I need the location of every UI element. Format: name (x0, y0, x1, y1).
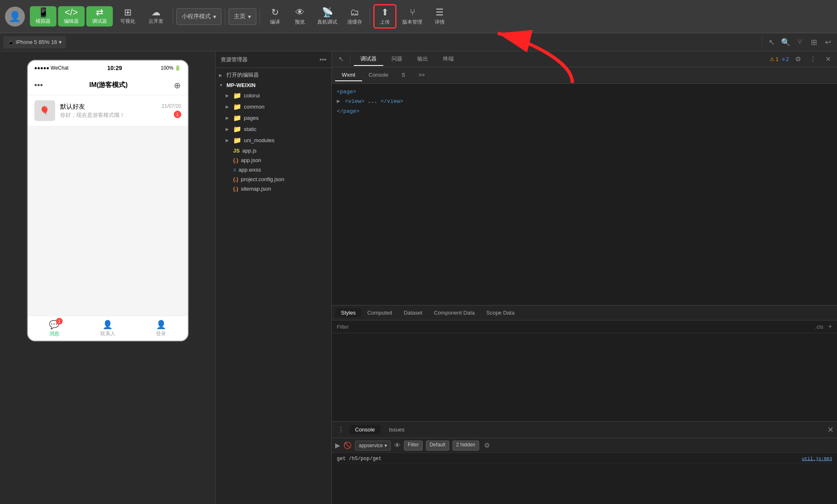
filter-placeholder: Filter (337, 324, 349, 330)
service-dropdown[interactable]: appservice ▾ (355, 441, 391, 451)
info-badge: ≡ 2 (782, 56, 789, 62)
device-label: iPhone 5 (16, 39, 37, 45)
styles-tab-computed[interactable]: Computed (361, 308, 398, 317)
visual-button[interactable]: ⊞ 可视化 (114, 6, 141, 27)
tab-terminal[interactable]: 终端 (436, 53, 460, 66)
open-editors-section[interactable]: ▶ 打开的编辑器 (216, 70, 331, 80)
compile-button[interactable]: ↻ 编译 (263, 5, 287, 27)
cls-button[interactable]: .cls (815, 324, 823, 330)
dom-line-3: </page> (337, 107, 832, 116)
file-appjson[interactable]: ▶ {.} app.json (222, 155, 331, 165)
dom-line-1: <page> (337, 87, 832, 97)
styles-label: Styles (341, 310, 355, 316)
folder-pages[interactable]: ▶ 📁 pages (222, 112, 331, 124)
font-size: 16 (51, 39, 57, 45)
folder-static[interactable]: ▶ 📁 static (222, 124, 331, 135)
detail-label: 详情 (435, 19, 445, 26)
console-log-link[interactable]: util.js:963 (802, 456, 832, 461)
device-arrow: ▾ (59, 39, 62, 45)
detail-button[interactable]: ☰ 详情 (428, 5, 451, 27)
colorui-arrow: ▶ (226, 93, 231, 98)
file-action-more[interactable]: ••• (319, 56, 326, 63)
back-icon[interactable]: ↩ (822, 36, 834, 48)
file-sitemap[interactable]: ▶ {.} sitemap.json (222, 184, 331, 194)
hidden-button[interactable]: 2 hidden (453, 441, 479, 451)
debug-button[interactable]: ⇄ 调试器 (86, 6, 113, 27)
main-page-dropdown[interactable]: 主页 ▾ (229, 8, 256, 25)
cloud-button[interactable]: ☁ 云开发 (143, 6, 169, 27)
upload-button[interactable]: ⬆ 上传 (373, 4, 397, 29)
contacts-icon: 👤 (102, 320, 113, 330)
filter-label: Filter (408, 442, 419, 448)
nav-menu[interactable]: ••• (34, 80, 43, 90)
clear-cache-button[interactable]: 🗂 清缓存 (343, 5, 366, 27)
dom-ellipsis: ... (367, 98, 377, 104)
nav-action[interactable]: ⊕ (174, 80, 181, 90)
add-style-button[interactable]: + (828, 323, 832, 330)
code-icon: </> (65, 8, 78, 17)
filter-button[interactable]: Filter (404, 441, 423, 451)
editor-button[interactable]: </> 编辑器 (58, 6, 85, 27)
console-play-icon[interactable]: ▶ (335, 441, 340, 449)
folder-uni-modules[interactable]: ▶ 📁 uni_modules (222, 135, 331, 146)
console-eye-icon[interactable]: 👁 (394, 442, 401, 449)
styles-tab-styles[interactable]: Styles (335, 308, 361, 317)
real-debug-button[interactable]: 📡 真机调试 (313, 5, 341, 27)
simulator-button[interactable]: 📱 模拟器 (30, 6, 56, 27)
file-panel-header: 资源管理器 ••• (216, 51, 331, 68)
console-stop-icon[interactable]: 🚫 (343, 441, 352, 449)
device-selector[interactable]: 📱 iPhone 5 85% 16 ▾ (3, 36, 66, 48)
inner-tab-console[interactable]: Console (362, 69, 395, 81)
issues-tab-label: Issues (389, 426, 405, 433)
styles-tab-dataset[interactable]: Dataset (398, 308, 428, 317)
inner-tab-more[interactable]: >> (412, 69, 431, 81)
project-root[interactable]: ▼ MP-WEIXIN (216, 80, 331, 90)
version-button[interactable]: ⑂ 版本管理 (398, 5, 426, 27)
grid-icon[interactable]: ⊞ (808, 36, 820, 48)
preview-button[interactable]: 👁 预览 (288, 5, 311, 27)
branch-icon[interactable]: ⑂ (794, 36, 805, 48)
default-button[interactable]: Default (426, 441, 449, 451)
detail-icon: ☰ (436, 7, 444, 18)
styles-body (332, 333, 837, 421)
dom-line-2[interactable]: ▶ <view> ... </view> (337, 97, 832, 106)
console-log-line: get /h5/pop/get util.js:963 (337, 455, 832, 463)
tab-messages[interactable]: 💬 消息 1 (28, 316, 81, 341)
folder-colorui[interactable]: ▶ 📁 colorui (222, 90, 331, 101)
console-tab-console[interactable]: Console (349, 425, 381, 434)
tab-issues[interactable]: 问题 (385, 53, 409, 66)
folder-common[interactable]: ▶ 📁 common (222, 101, 331, 112)
dom-view: <page> ▶ <view> ... </view> </page> (332, 84, 837, 305)
devtools-pointer-icon[interactable]: ↖ (335, 53, 347, 65)
mode-dropdown[interactable]: 小程序模式 ▾ (176, 8, 221, 25)
tab-contacts[interactable]: 👤 联系人 (81, 316, 134, 341)
inner-tab-wxml[interactable]: Wxml (335, 69, 362, 81)
file-appjs[interactable]: ▶ JS app.js (222, 146, 331, 155)
console-close-button[interactable]: ✕ (827, 425, 834, 434)
tab-output[interactable]: 输出 (411, 53, 435, 66)
settings-icon[interactable]: ⚙ (792, 53, 804, 65)
chat-avatar: 🎈 (34, 100, 55, 121)
file-appwxss[interactable]: ▶ ≡ app.wxss (222, 165, 331, 174)
styles-tab-component-data[interactable]: Component Data (428, 308, 480, 317)
close-icon[interactable]: ✕ (822, 53, 834, 65)
cursor-icon[interactable]: ↖ (766, 36, 777, 48)
console-settings-icon[interactable]: ⚙ (484, 441, 490, 449)
search-icon[interactable]: 🔍 (780, 36, 791, 48)
avatar: 👤 (5, 7, 25, 27)
chat-meta: 21/07/20 1 (162, 103, 181, 118)
chat-item[interactable]: 🎈 默认好友 你好，现在是游客模式哦！ 21/07/20 1 (28, 95, 188, 126)
tab-login[interactable]: 👤 登录 (134, 316, 188, 341)
devtools-inner-tabs: Wxml Console S >> (332, 67, 837, 84)
more-icon[interactable]: ⋮ (807, 53, 819, 65)
dom-expand-view[interactable]: ▶ (337, 98, 340, 104)
console-dots-icon[interactable]: ⋮ (335, 424, 347, 436)
tab-debugger[interactable]: 调试器 (354, 53, 383, 66)
inner-tab-s[interactable]: S (395, 69, 412, 81)
styles-tab-scope-data[interactable]: Scope Data (480, 308, 520, 317)
console-toolbar: ▶ 🚫 appservice ▾ 👁 Filter Default (332, 438, 837, 453)
dropdown-arrow: ▾ (213, 13, 216, 20)
file-projectconfig[interactable]: ▶ {.} project.config.json (222, 174, 331, 184)
console-tab-issues[interactable]: Issues (383, 425, 411, 434)
version-icon: ⑂ (410, 7, 415, 18)
